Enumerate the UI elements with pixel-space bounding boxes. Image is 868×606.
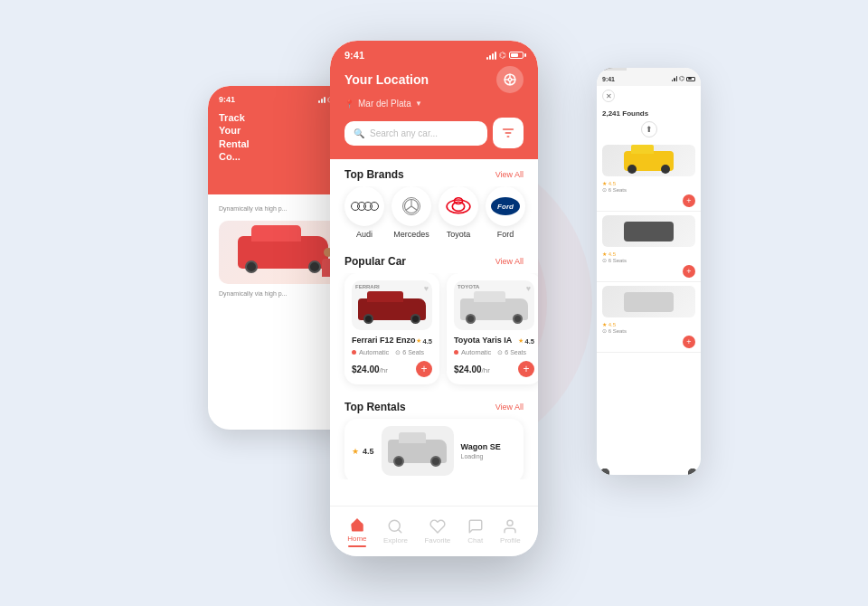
profile-icon <box>502 518 518 535</box>
svg-point-18 <box>507 520 513 526</box>
brand-name-mercedes: Mercedes <box>393 230 429 239</box>
nav-item-home[interactable]: Home <box>347 516 366 547</box>
nav-item-favorite[interactable]: Favorite <box>424 518 450 544</box>
pbr-price-row-3: + <box>602 336 695 348</box>
ferrari-type-row: Automatic ⊙ 6 Seats <box>352 348 432 356</box>
pm-title: TrackYourRentalCo... <box>219 111 346 163</box>
pbr-car-img-3 <box>602 286 695 317</box>
brand-item-audi[interactable]: Audi <box>344 186 384 239</box>
battery-tip <box>524 53 526 57</box>
pbr-car-img-2 <box>602 215 695 247</box>
pm-img-area <box>219 221 346 284</box>
brand-name-ford: Ford <box>497 230 514 239</box>
pbr-rating-2: ★ 4.5 <box>602 251 616 257</box>
pbr-add-btn-2[interactable]: + <box>683 265 695 278</box>
top-brands-title: Top Brands <box>344 168 404 181</box>
phone-mid-status: 9:41 ⌬ <box>219 95 346 104</box>
toyota-price: $24.00/hr <box>454 365 490 374</box>
cars-row: FERRARI ♥ Ferrari F12 Enzo ★ <box>330 273 538 392</box>
toyota-name: Toyota Yaris IA <box>454 336 512 345</box>
top-brands-view-all[interactable]: View All <box>495 170 524 179</box>
ferrari-price: $24.00/hr <box>352 365 388 374</box>
car-card-img-toyota: TOYOTA ♥ <box>454 280 534 330</box>
pbr-close-btn[interactable]: ✕ <box>602 90 615 102</box>
brand-item-mercedes[interactable]: Mercedes <box>392 186 431 239</box>
nav-label-profile: Profile <box>500 536 521 544</box>
rental-car-name: Wagon SE <box>461 442 516 451</box>
battery-fill <box>511 53 518 57</box>
rental-car-type: Loading <box>461 453 516 459</box>
pbr-car-shape-dark <box>624 222 674 241</box>
pbr-seats-2: ⊙ 6 Seats <box>602 257 695 263</box>
popular-car-view-all[interactable]: View All <box>495 257 524 266</box>
audi-logo <box>351 202 379 211</box>
pbr-share-btn[interactable]: ⬆ <box>641 121 657 137</box>
ferrari-type-dot <box>352 350 356 355</box>
search-placeholder: Search any car... <box>370 128 438 138</box>
brand-name-toyota: Toyota <box>447 230 471 239</box>
pbr-car-item-2: ★ 4.5 ⊙ 6 Seats + <box>597 212 701 282</box>
toyota-car-shape <box>460 298 528 320</box>
signal-bar-4 <box>495 52 496 60</box>
nav-item-chat[interactable]: Chat <box>467 518 484 544</box>
ferrari-seats: ⊙ 6 Seats <box>395 349 424 356</box>
nav-item-profile[interactable]: Profile <box>500 518 521 544</box>
toyota-fav-icon[interactable]: ♥ <box>526 284 531 293</box>
top-brands-header: Top Brands View All <box>330 159 538 186</box>
nav-item-explore[interactable]: Explore <box>383 518 408 544</box>
brand-circle-mercedes <box>392 186 431 226</box>
car-card-toyota: TOYOTA ♥ Toyota Yaris IA ★ <box>447 273 538 384</box>
filter-btn[interactable] <box>493 118 524 148</box>
toyota-star: ★ <box>518 337 524 345</box>
phone-body: Top Brands View All Audi <box>330 159 538 479</box>
svg-line-11 <box>406 206 411 211</box>
ferrari-price-row: $24.00/hr + <box>352 361 432 377</box>
location-sub: 📍 Mar del Plata ▼ <box>344 99 524 109</box>
pbr-add-btn-3[interactable]: + <box>683 336 695 348</box>
pbr-price-row-1: + <box>602 194 695 207</box>
ferrari-name-row: Ferrari F12 Enzo ★ 4.5 <box>352 336 432 346</box>
ferrari-shape-container <box>358 298 426 320</box>
location-pin-icon: 📍 <box>344 99 354 109</box>
chat-icon <box>467 518 484 535</box>
battery-icon <box>509 52 524 59</box>
location-chevron-icon: ▼ <box>415 99 422 108</box>
pbr-header: 9:41 ⌬ <box>597 68 701 86</box>
brand-circle-toyota <box>439 186 478 226</box>
svg-line-17 <box>399 529 401 532</box>
brand-name-audi: Audi <box>356 230 373 239</box>
ferrari-rating: 4.5 <box>423 337 432 346</box>
ferrari-add-btn[interactable]: + <box>416 361 432 377</box>
search-box[interactable]: 🔍 Search any car... <box>344 121 487 146</box>
status-time: 9:41 <box>344 50 364 61</box>
brand-item-ford[interactable]: Ford Ford <box>486 186 525 239</box>
toyota-type-text: Automatic <box>461 348 491 356</box>
toyota-seats: ⊙ 6 Seats <box>497 349 526 356</box>
status-bar: 9:41 ⌬ <box>344 41 524 66</box>
toyota-name-row: Toyota Yaris IA ★ 4.5 <box>454 336 534 346</box>
toyota-rating: 4.5 <box>525 337 534 346</box>
svg-point-15 <box>455 198 463 204</box>
signal-bar-1 <box>486 57 488 60</box>
location-city: Mar del Plata <box>358 99 411 109</box>
phone-back-right: 9:41 ⌬ ✕ 2,241 Founds ⬆ <box>597 68 701 475</box>
nav-home-underline <box>348 545 366 547</box>
bottom-nav: Home Explore Favorite Chat <box>330 506 538 556</box>
svg-line-12 <box>411 206 417 211</box>
phone-header-red: 9:41 ⌬ Your Location <box>330 41 538 159</box>
top-rentals-title: Top Rentals <box>344 401 406 413</box>
rental-card-1: ★ 4.5 Wagon SE Loading <box>344 419 524 479</box>
toyota-price-row: $24.00/hr + <box>454 361 534 377</box>
ferrari-fav-icon[interactable]: ♥ <box>424 284 429 293</box>
rental-img-1 <box>382 426 454 476</box>
pbr-car-item-3: ★ 4.5 ⊙ 6 Seats + <box>597 282 701 353</box>
mercedes-logo <box>402 197 420 215</box>
brand-item-toyota[interactable]: Toyota <box>439 186 478 239</box>
brand-circle-audi <box>344 186 384 226</box>
toyota-add-btn[interactable]: + <box>518 361 534 377</box>
top-rentals-view-all[interactable]: View All <box>495 402 524 412</box>
pm-time: 9:41 <box>219 95 235 104</box>
pbr-add-btn-1[interactable]: + <box>683 194 695 207</box>
phone-main: 9:41 ⌬ Your Location <box>330 41 538 556</box>
location-btn[interactable] <box>496 66 524 93</box>
